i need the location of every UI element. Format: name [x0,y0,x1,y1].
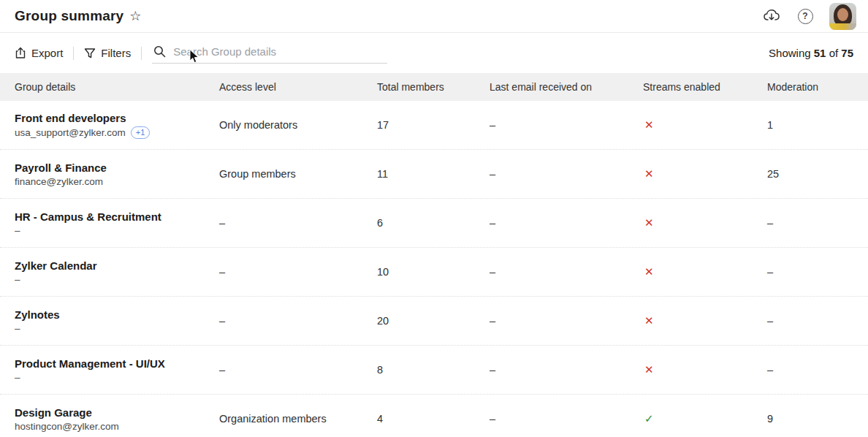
streams-status-icon: ✕ [643,216,767,229]
group-name[interactable]: Product Management - UI/UX [15,357,219,370]
last-email-cell: – [490,266,643,278]
total-members-cell: 11 [377,168,490,180]
user-avatar[interactable] [829,3,856,30]
access-level-cell: Group members [219,168,377,180]
group-details-cell: Payroll & Finance finance@zylker.com [0,162,219,187]
group-email: hostingcon@zylker.com [15,421,119,432]
column-header-group-details: Group details [0,81,219,93]
showing-total: 75 [841,47,853,59]
access-level-cell: – [219,315,377,327]
access-level-cell: – [219,217,377,229]
search-box[interactable] [152,42,387,64]
streams-status-icon: ✓ [643,412,767,425]
group-details-cell: Front end developers usa_support@zylker.… [0,112,219,139]
export-icon [15,47,26,59]
column-header-total-members: Total members [377,81,490,93]
page-title: Group summary [15,8,123,24]
group-details-cell: Product Management - UI/UX – [0,357,219,383]
total-members-cell: 8 [377,364,490,376]
table-header-row: Group details Access level Total members… [0,73,868,101]
moderation-cell: 1 [767,119,868,131]
access-level-cell: Organization members [219,413,377,425]
last-email-cell: – [490,217,643,229]
group-name[interactable]: Zylnotes [15,308,219,321]
group-email: usa_support@zylker.com [15,127,126,138]
group-sub: hostingcon@zylker.com [15,421,219,432]
moderation-cell: – [767,364,868,376]
group-details-cell: Zylnotes – [0,308,219,334]
streams-status-icon: ✕ [643,167,767,180]
table-row[interactable]: Front end developers usa_support@zylker.… [0,101,868,150]
streams-status-icon: ✕ [643,118,767,132]
last-email-cell: – [490,119,643,131]
filters-button[interactable]: Filters [84,47,131,59]
search-input[interactable] [173,45,386,58]
extra-count-badge[interactable]: +1 [131,126,151,139]
column-header-moderation: Moderation [767,81,868,93]
download-report-button[interactable] [762,7,781,26]
showing-current: 51 [814,47,826,59]
total-members-cell: 17 [377,119,490,131]
table-row[interactable]: Zylnotes – – 20 – ✕ – [0,297,868,346]
group-sub: – [15,372,219,383]
total-members-cell: 20 [377,315,490,327]
group-email: – [15,323,20,334]
total-members-cell: 4 [377,413,490,425]
group-details-cell: Design Garage hostingcon@zylker.com [0,406,219,432]
streams-status-icon: ✕ [643,363,767,376]
group-email: finance@zylker.com [15,176,103,187]
group-details-cell: Zylker Calendar – [0,259,219,285]
export-label: Export [31,47,63,59]
last-email-cell: – [490,315,643,327]
streams-status-icon: ✕ [643,265,767,278]
column-header-last-email: Last email received on [490,81,643,93]
search-icon [153,45,166,58]
table-row[interactable]: Design Garage hostingcon@zylker.com Orga… [0,395,868,437]
table-row[interactable]: Payroll & Finance finance@zylker.com Gro… [0,150,868,199]
total-members-cell: 6 [377,217,490,229]
table-row[interactable]: Zylker Calendar – – 10 – ✕ – [0,248,868,297]
toolbar-divider [141,47,142,60]
filters-label: Filters [101,47,131,59]
cloud-download-icon [763,8,780,24]
access-level-cell: – [219,266,377,278]
table-body: Front end developers usa_support@zylker.… [0,101,868,437]
group-name[interactable]: Front end developers [15,112,219,124]
moderation-cell: 25 [767,168,868,180]
group-email: – [15,225,20,236]
group-sub: – [15,323,219,334]
group-email: – [15,274,20,285]
last-email-cell: – [490,168,643,180]
group-name[interactable]: Payroll & Finance [15,162,219,174]
table-row[interactable]: HR - Campus & Recruitment – – 6 – ✕ – [0,199,868,248]
moderation-cell: – [767,315,868,327]
help-button[interactable]: ? [796,7,815,26]
filter-funnel-icon [84,48,96,59]
streams-status-icon: ✕ [643,314,767,327]
last-email-cell: – [490,364,643,376]
avatar-decoration [829,23,856,30]
moderation-cell: 9 [767,413,868,425]
favorite-star-icon[interactable]: ☆ [129,8,141,24]
group-details-cell: HR - Campus & Recruitment – [0,210,219,236]
column-header-streams-enabled: Streams enabled [643,81,767,93]
toolbar-divider [73,47,74,60]
toolbar: Export Filters Showing 51 of 75 [0,33,868,73]
access-level-cell: Only moderators [219,119,377,131]
group-name[interactable]: Design Garage [15,406,219,419]
export-button[interactable]: Export [15,47,63,59]
avatar-decoration [837,8,848,21]
column-header-access-level: Access level [219,81,377,93]
help-question-icon: ? [798,9,813,24]
moderation-cell: – [767,266,868,278]
group-sub: finance@zylker.com [15,176,219,187]
showing-count: Showing 51 of 75 [769,47,853,59]
group-name[interactable]: Zylker Calendar [15,259,219,272]
group-email: – [15,372,20,383]
total-members-cell: 10 [377,266,490,278]
top-header: Group summary ☆ ? [0,0,868,33]
group-name[interactable]: HR - Campus & Recruitment [15,210,219,223]
table-row[interactable]: Product Management - UI/UX – – 8 – ✕ – [0,346,868,395]
moderation-cell: – [767,217,868,229]
access-level-cell: – [219,364,377,376]
